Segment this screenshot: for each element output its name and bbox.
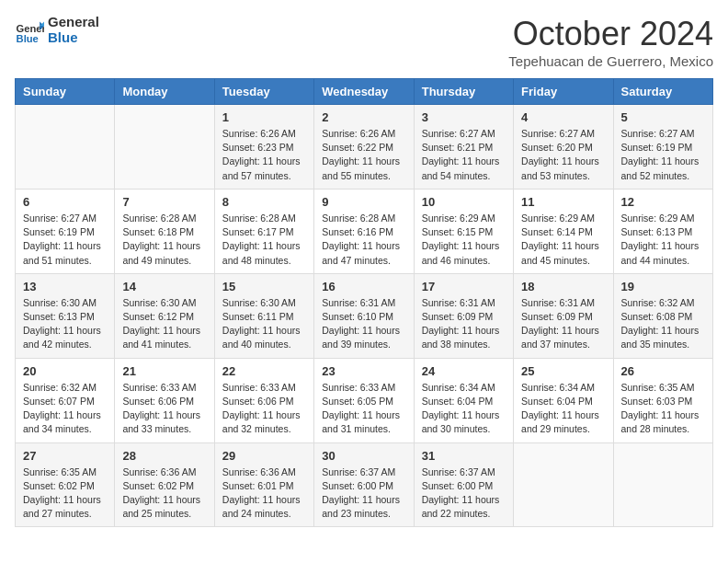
day-info: Sunrise: 6:31 AMSunset: 6:10 PMDaylight:… (322, 296, 405, 352)
day-cell (115, 105, 214, 190)
page-header: General Blue General Blue October 2024 T… (15, 15, 713, 69)
day-cell: 28Sunrise: 6:36 AMSunset: 6:02 PMDayligh… (115, 442, 214, 527)
day-cell: 23Sunrise: 6:33 AMSunset: 6:05 PMDayligh… (314, 358, 414, 442)
day-number: 5 (621, 110, 705, 124)
day-cell: 17Sunrise: 6:31 AMSunset: 6:09 PMDayligh… (414, 273, 513, 358)
day-cell: 13Sunrise: 6:30 AMSunset: 6:13 PMDayligh… (16, 273, 115, 358)
location: Tepehuacan de Guerrero, Mexico (508, 53, 713, 69)
day-info: Sunrise: 6:26 AMSunset: 6:23 PMDaylight:… (222, 127, 306, 183)
day-number: 29 (222, 449, 306, 463)
day-number: 8 (222, 195, 306, 209)
header-cell-saturday: Saturday (613, 79, 712, 105)
calendar-table: SundayMondayTuesdayWednesdayThursdayFrid… (15, 78, 713, 527)
day-cell: 8Sunrise: 6:28 AMSunset: 6:17 PMDaylight… (214, 189, 313, 273)
calendar-header: SundayMondayTuesdayWednesdayThursdayFrid… (16, 79, 713, 105)
day-cell: 20Sunrise: 6:32 AMSunset: 6:07 PMDayligh… (16, 358, 115, 442)
day-info: Sunrise: 6:28 AMSunset: 6:16 PMDaylight:… (322, 212, 405, 268)
svg-text:Blue: Blue (17, 32, 39, 43)
day-cell: 2Sunrise: 6:26 AMSunset: 6:22 PMDaylight… (314, 105, 414, 190)
day-cell: 15Sunrise: 6:30 AMSunset: 6:11 PMDayligh… (214, 273, 313, 358)
day-cell (613, 442, 712, 527)
day-number: 3 (422, 110, 506, 124)
day-info: Sunrise: 6:32 AMSunset: 6:08 PMDaylight:… (621, 296, 705, 352)
header-cell-friday: Friday (514, 79, 613, 105)
header-cell-sunday: Sunday (16, 79, 115, 105)
day-cell: 30Sunrise: 6:37 AMSunset: 6:00 PMDayligh… (314, 442, 414, 527)
day-number: 15 (222, 280, 306, 293)
week-row-1: 1Sunrise: 6:26 AMSunset: 6:23 PMDaylight… (16, 105, 713, 190)
week-row-3: 13Sunrise: 6:30 AMSunset: 6:13 PMDayligh… (16, 273, 713, 358)
day-cell: 16Sunrise: 6:31 AMSunset: 6:10 PMDayligh… (314, 273, 414, 358)
day-cell: 14Sunrise: 6:30 AMSunset: 6:12 PMDayligh… (115, 273, 214, 358)
header-cell-wednesday: Wednesday (314, 79, 414, 105)
day-number: 6 (23, 195, 107, 209)
day-info: Sunrise: 6:34 AMSunset: 6:04 PMDaylight:… (521, 381, 605, 437)
day-info: Sunrise: 6:29 AMSunset: 6:13 PMDaylight:… (621, 212, 705, 268)
day-cell: 25Sunrise: 6:34 AMSunset: 6:04 PMDayligh… (514, 358, 613, 442)
day-info: Sunrise: 6:29 AMSunset: 6:14 PMDaylight:… (521, 212, 605, 268)
day-info: Sunrise: 6:34 AMSunset: 6:04 PMDaylight:… (422, 381, 506, 437)
calendar-body: 1Sunrise: 6:26 AMSunset: 6:23 PMDaylight… (16, 105, 713, 527)
day-number: 9 (322, 195, 405, 209)
day-number: 4 (521, 110, 605, 124)
day-cell: 21Sunrise: 6:33 AMSunset: 6:06 PMDayligh… (115, 358, 214, 442)
day-number: 7 (122, 195, 206, 209)
day-cell: 1Sunrise: 6:26 AMSunset: 6:23 PMDaylight… (214, 105, 313, 190)
day-cell: 29Sunrise: 6:36 AMSunset: 6:01 PMDayligh… (214, 442, 313, 527)
day-cell: 31Sunrise: 6:37 AMSunset: 6:00 PMDayligh… (414, 442, 513, 527)
title-block: October 2024 Tepehuacan de Guerrero, Mex… (508, 15, 713, 69)
day-number: 18 (521, 280, 605, 293)
day-number: 24 (422, 364, 506, 378)
day-cell: 5Sunrise: 6:27 AMSunset: 6:19 PMDaylight… (613, 105, 712, 190)
day-info: Sunrise: 6:31 AMSunset: 6:09 PMDaylight:… (422, 296, 506, 352)
day-number: 19 (621, 280, 705, 293)
day-number: 17 (422, 280, 506, 293)
day-info: Sunrise: 6:28 AMSunset: 6:17 PMDaylight:… (222, 212, 306, 268)
day-cell: 27Sunrise: 6:35 AMSunset: 6:02 PMDayligh… (16, 442, 115, 527)
day-number: 14 (122, 280, 206, 293)
day-info: Sunrise: 6:32 AMSunset: 6:07 PMDaylight:… (23, 381, 107, 437)
day-number: 20 (23, 364, 107, 378)
day-cell: 6Sunrise: 6:27 AMSunset: 6:19 PMDaylight… (16, 189, 115, 273)
week-row-2: 6Sunrise: 6:27 AMSunset: 6:19 PMDaylight… (16, 189, 713, 273)
day-info: Sunrise: 6:31 AMSunset: 6:09 PMDaylight:… (521, 296, 605, 352)
day-number: 30 (322, 449, 405, 463)
day-number: 26 (621, 364, 705, 378)
day-cell: 9Sunrise: 6:28 AMSunset: 6:16 PMDaylight… (314, 189, 414, 273)
day-info: Sunrise: 6:33 AMSunset: 6:06 PMDaylight:… (122, 381, 206, 437)
day-cell (16, 105, 115, 190)
day-cell: 10Sunrise: 6:29 AMSunset: 6:15 PMDayligh… (414, 189, 513, 273)
header-cell-monday: Monday (115, 79, 214, 105)
day-info: Sunrise: 6:35 AMSunset: 6:03 PMDaylight:… (621, 381, 705, 437)
day-info: Sunrise: 6:30 AMSunset: 6:11 PMDaylight:… (222, 296, 306, 352)
header-row: SundayMondayTuesdayWednesdayThursdayFrid… (16, 79, 713, 105)
day-number: 21 (122, 364, 206, 378)
day-info: Sunrise: 6:37 AMSunset: 6:00 PMDaylight:… (322, 465, 405, 522)
day-number: 23 (322, 364, 405, 378)
day-number: 11 (521, 195, 605, 209)
week-row-5: 27Sunrise: 6:35 AMSunset: 6:02 PMDayligh… (16, 442, 713, 527)
day-info: Sunrise: 6:36 AMSunset: 6:02 PMDaylight:… (122, 465, 206, 522)
day-info: Sunrise: 6:30 AMSunset: 6:12 PMDaylight:… (122, 296, 206, 352)
day-number: 31 (422, 449, 506, 463)
day-info: Sunrise: 6:27 AMSunset: 6:21 PMDaylight:… (422, 127, 506, 183)
day-info: Sunrise: 6:33 AMSunset: 6:05 PMDaylight:… (322, 381, 405, 437)
day-cell: 24Sunrise: 6:34 AMSunset: 6:04 PMDayligh… (414, 358, 513, 442)
day-cell: 19Sunrise: 6:32 AMSunset: 6:08 PMDayligh… (613, 273, 712, 358)
day-cell: 7Sunrise: 6:28 AMSunset: 6:18 PMDaylight… (115, 189, 214, 273)
day-cell: 18Sunrise: 6:31 AMSunset: 6:09 PMDayligh… (514, 273, 613, 358)
month-title: October 2024 (508, 15, 713, 53)
day-number: 1 (222, 110, 306, 124)
day-info: Sunrise: 6:27 AMSunset: 6:19 PMDaylight:… (23, 212, 107, 268)
day-cell: 4Sunrise: 6:27 AMSunset: 6:20 PMDaylight… (514, 105, 613, 190)
day-number: 16 (322, 280, 405, 293)
day-number: 28 (122, 449, 206, 463)
day-number: 2 (322, 110, 405, 124)
day-number: 22 (222, 364, 306, 378)
day-info: Sunrise: 6:35 AMSunset: 6:02 PMDaylight:… (23, 465, 107, 522)
day-number: 27 (23, 449, 107, 463)
day-info: Sunrise: 6:37 AMSunset: 6:00 PMDaylight:… (422, 465, 506, 522)
day-cell (514, 442, 613, 527)
day-number: 13 (23, 280, 107, 293)
day-cell: 11Sunrise: 6:29 AMSunset: 6:14 PMDayligh… (514, 189, 613, 273)
